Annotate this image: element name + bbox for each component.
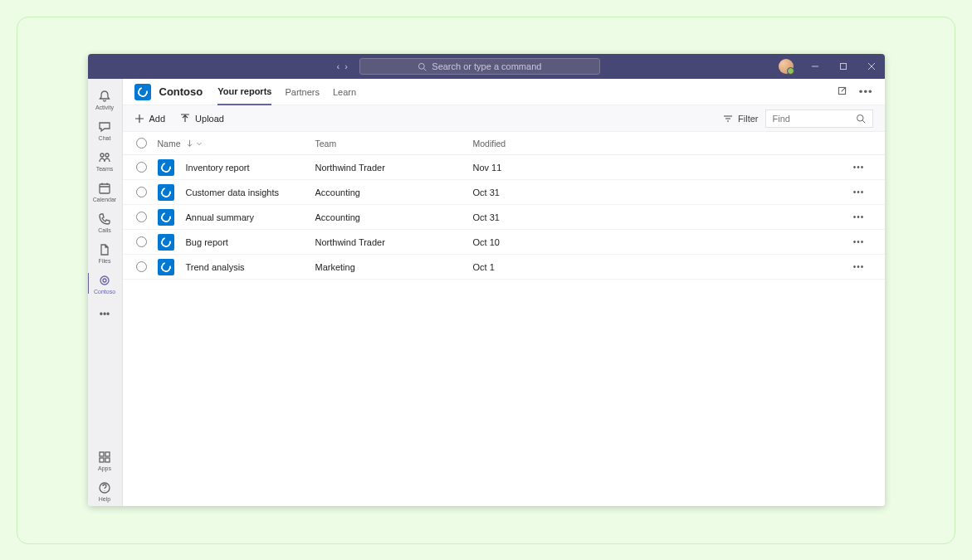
table-row[interactable]: Trend analysis Marketing Oct 1 •••: [123, 255, 885, 280]
row-more-button[interactable]: •••: [847, 187, 872, 197]
upload-icon: [180, 114, 190, 124]
table-row[interactable]: Customer data insights Accounting Oct 31…: [123, 180, 885, 205]
find-box[interactable]: [765, 110, 873, 128]
report-icon: [158, 259, 174, 275]
row-modified: Oct 1: [473, 262, 573, 272]
window-controls: [779, 54, 885, 79]
row-checkbox[interactable]: [136, 261, 147, 272]
back-button[interactable]: ‹: [337, 61, 340, 71]
main-content: Contoso Your reports Partners Learn ••• …: [123, 79, 885, 506]
app-header: Contoso Your reports Partners Learn •••: [123, 79, 885, 105]
avatar[interactable]: [779, 59, 794, 74]
rail-label: Apps: [98, 465, 111, 471]
svg-point-12: [100, 276, 109, 285]
row-team: Northwind Trader: [315, 163, 473, 173]
help-icon: [97, 480, 112, 495]
col-name-label[interactable]: Name: [158, 139, 181, 149]
col-team-label[interactable]: Team: [315, 139, 473, 149]
row-modified: Oct 10: [473, 237, 573, 247]
command-search[interactable]: Search or type a command: [359, 58, 600, 75]
row-more-button[interactable]: •••: [847, 237, 872, 246]
rail-label: Contoso: [94, 289, 115, 295]
chat-icon: [97, 119, 112, 134]
row-checkbox[interactable]: [136, 187, 147, 197]
rail-activity[interactable]: Activity: [88, 84, 123, 114]
app-title: Contoso: [159, 85, 203, 98]
close-button[interactable]: [858, 54, 885, 79]
rail-help[interactable]: Help: [88, 475, 123, 506]
chevron-down-icon: [195, 139, 203, 148]
col-modified-label[interactable]: Modified: [473, 139, 573, 149]
row-name: Trend analysis: [186, 262, 245, 272]
rail-teams[interactable]: Teams: [88, 145, 123, 176]
apps-icon: [97, 450, 112, 465]
maximize-button[interactable]: [830, 54, 857, 79]
svg-point-13: [103, 279, 106, 282]
add-label: Add: [149, 114, 166, 124]
svg-rect-3: [840, 64, 846, 70]
upload-button[interactable]: Upload: [180, 114, 224, 124]
table-body: Inventory report Northwind Trader Nov 11…: [123, 155, 885, 280]
rail-calendar[interactable]: Calendar: [88, 176, 123, 207]
tabs: Your reports Partners Learn: [217, 79, 356, 105]
row-team: Accounting: [315, 212, 473, 222]
more-icon: •••: [97, 307, 112, 322]
row-team: Northwind Trader: [315, 237, 473, 247]
tab-your-reports[interactable]: Your reports: [217, 79, 271, 105]
calendar-icon: [97, 181, 112, 196]
nav-arrows: ‹ ›: [337, 61, 348, 71]
find-input[interactable]: [773, 114, 847, 124]
select-all-checkbox[interactable]: [136, 138, 147, 149]
rail-files[interactable]: Files: [88, 237, 123, 268]
row-modified: Oct 31: [473, 212, 573, 222]
row-name: Annual summary: [186, 212, 255, 222]
svg-point-6: [100, 153, 104, 157]
tab-partners[interactable]: Partners: [285, 79, 320, 105]
row-checkbox[interactable]: [136, 162, 147, 173]
row-team: Accounting: [315, 187, 473, 197]
teams-icon: [97, 150, 112, 165]
search-icon: [418, 62, 427, 71]
tab-learn[interactable]: Learn: [333, 79, 356, 105]
app-logo-icon: [134, 84, 151, 100]
row-more-button[interactable]: •••: [847, 212, 872, 222]
search-placeholder: Search or type a command: [432, 61, 541, 71]
row-more-button[interactable]: •••: [847, 163, 872, 172]
rail-label: Files: [99, 258, 111, 264]
svg-rect-15: [105, 452, 110, 456]
row-team: Marketing: [315, 262, 473, 272]
rail-calls[interactable]: Calls: [88, 207, 123, 237]
contoso-icon: [97, 273, 112, 288]
rail-label: Teams: [96, 166, 114, 172]
sort-controls[interactable]: [186, 139, 203, 148]
row-name: Inventory report: [186, 163, 250, 173]
app-rail: Activity Chat Teams Calendar Calls Files: [88, 79, 123, 506]
filter-button[interactable]: Filter: [723, 114, 758, 124]
svg-point-7: [105, 153, 109, 157]
row-name: Bug report: [186, 237, 228, 247]
filter-label: Filter: [738, 114, 758, 124]
rail-chat[interactable]: Chat: [88, 114, 123, 145]
rail-contoso[interactable]: Contoso: [88, 268, 123, 299]
row-checkbox[interactable]: [136, 212, 147, 222]
rail-more[interactable]: •••: [88, 299, 123, 329]
row-more-button[interactable]: •••: [847, 262, 872, 271]
minimize-button[interactable]: [802, 54, 828, 79]
table-row[interactable]: Bug report Northwind Trader Oct 10 •••: [123, 230, 885, 255]
forward-button[interactable]: ›: [344, 61, 348, 71]
rail-label: Calendar: [93, 197, 116, 202]
row-name: Customer data insights: [186, 187, 280, 197]
add-button[interactable]: Add: [134, 114, 166, 124]
file-icon: [97, 242, 112, 257]
report-icon: [158, 184, 174, 201]
row-checkbox[interactable]: [136, 236, 147, 247]
table-row[interactable]: Inventory report Northwind Trader Nov 11…: [123, 155, 885, 180]
rail-label: Help: [99, 496, 110, 502]
more-icon[interactable]: •••: [859, 85, 873, 99]
table-row[interactable]: Annual summary Accounting Oct 31 •••: [123, 205, 885, 230]
rail-apps[interactable]: Apps: [88, 445, 123, 475]
outer-frame: ‹ › Search or type a command Activity Ch…: [17, 17, 955, 544]
svg-rect-16: [100, 458, 104, 462]
popout-icon[interactable]: [837, 85, 847, 99]
filter-icon: [723, 114, 733, 124]
